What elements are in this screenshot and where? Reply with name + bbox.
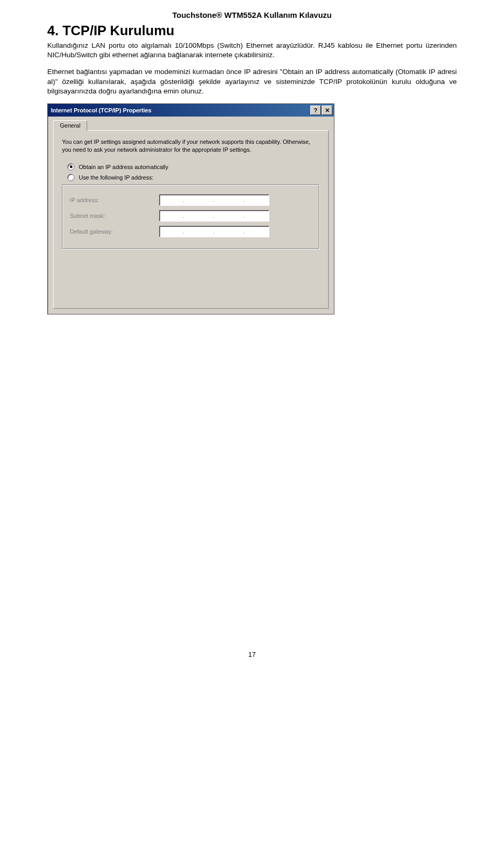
- tcpip-properties-dialog: Internet Protocol (TCP/IP) Properties ? …: [47, 103, 334, 314]
- row-subnet-mask: Subnet mask: ...: [70, 210, 312, 222]
- row-default-gateway: Default gateway: ...: [70, 226, 312, 237]
- paragraph-1: Kullandığınız LAN portu oto algılamalı 1…: [47, 41, 457, 60]
- ip-fields-group: IP address: ... Subnet mask: ... Default…: [62, 184, 320, 249]
- input-ip-address[interactable]: ...: [159, 194, 269, 206]
- row-ip-address: IP address: ...: [70, 194, 312, 206]
- page-number: 17: [47, 650, 457, 658]
- radio-use-following[interactable]: Use the following IP address:: [67, 174, 320, 181]
- tab-general[interactable]: General: [53, 120, 87, 131]
- radio-icon: [67, 163, 75, 171]
- label-ip-address: IP address:: [70, 197, 159, 203]
- section-heading: 4. TCP/IP Kurulumu: [47, 23, 457, 39]
- radio-obtain-auto[interactable]: Obtain an IP address automatically: [67, 163, 320, 171]
- paragraph-2: Ethernet bağlantısı yapmadan ve modemini…: [47, 67, 457, 96]
- input-default-gateway[interactable]: ...: [159, 226, 269, 237]
- dialog-description: You can get IP settings assigned automat…: [62, 138, 319, 154]
- page-container: Touchstone® WTM552A Kullanım Kılavuzu 4.…: [0, 0, 504, 679]
- radio-icon: [67, 174, 75, 181]
- document-header: Touchstone® WTM552A Kullanım Kılavuzu: [47, 11, 457, 19]
- tab-strip: General: [48, 117, 334, 130]
- dialog-title: Internet Protocol (TCP/IP) Properties: [51, 107, 310, 113]
- radio-label: Use the following IP address:: [79, 174, 153, 181]
- input-subnet-mask[interactable]: ...: [159, 210, 269, 222]
- dialog-titlebar: Internet Protocol (TCP/IP) Properties ? …: [48, 104, 334, 117]
- tab-panel-general: You can get IP settings assigned automat…: [53, 130, 329, 309]
- label-subnet-mask: Subnet mask:: [70, 213, 159, 219]
- close-button[interactable]: ✕: [322, 106, 332, 115]
- label-default-gateway: Default gateway:: [70, 228, 159, 235]
- radio-label: Obtain an IP address automatically: [79, 164, 168, 170]
- help-button[interactable]: ?: [310, 106, 321, 115]
